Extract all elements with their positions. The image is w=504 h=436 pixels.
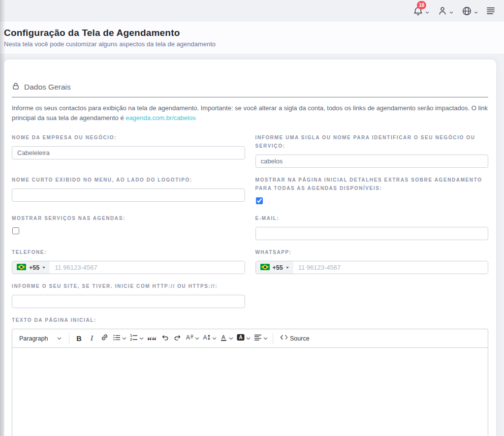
page-subtitle: Nesta tela você pode customizar alguns a… (4, 40, 496, 48)
editor-content-area[interactable] (12, 348, 488, 436)
slug-input[interactable] (255, 155, 489, 168)
font-color-icon: A (220, 334, 227, 343)
redo-button[interactable] (171, 332, 184, 345)
email-input[interactable] (255, 227, 489, 240)
font-size-button[interactable]: A (201, 332, 218, 345)
phone-label: TELEFONE: (12, 248, 245, 256)
toolbar-separator (69, 333, 69, 344)
notifications-button[interactable]: 18 (413, 6, 429, 16)
field-website: INFORME O SEU SITE, SE TIVER. INICIE COM… (12, 282, 245, 308)
brazil-flag-icon (17, 263, 26, 272)
source-editing-icon (280, 334, 288, 343)
website-input[interactable] (12, 295, 245, 308)
text-alignment-icon (254, 334, 262, 343)
field-show-home-details: MOSTRAR NA PÁGINA INICIAL DETALHES EXTRA… (255, 176, 489, 206)
block-quote-button[interactable]: ““ (146, 332, 158, 345)
phone-dial-code: +55 (29, 264, 39, 271)
font-family-icon: A (186, 334, 193, 343)
whatsapp-country-selector[interactable]: +55 (256, 261, 293, 274)
redo-icon (174, 334, 182, 343)
italic-icon: I (91, 334, 93, 343)
paragraph-style-dropdown[interactable]: Paragraph (15, 332, 65, 345)
chevron-down-icon (286, 267, 289, 269)
italic-button[interactable]: I (86, 332, 98, 345)
editor-toolbar: Paragraph B I (12, 329, 488, 348)
font-background-color-button[interactable]: A (235, 332, 252, 345)
notification-badge: 18 (417, 1, 426, 9)
source-editing-button[interactable]: Source (277, 332, 313, 345)
lock-icon (12, 82, 20, 92)
bold-button[interactable]: B (73, 332, 85, 345)
home-text-label: TEXTO DA PÁGINA INICIAL: (12, 316, 488, 324)
chevron-down-icon (425, 11, 429, 14)
svg-text:A: A (239, 335, 243, 340)
field-short-name: NOME CURTO EXIBIDO NO MENU, AO LADO DO L… (12, 176, 245, 206)
phone-input-group: +55 (12, 261, 245, 274)
short-name-input[interactable] (12, 188, 245, 202)
bold-icon: B (76, 335, 81, 343)
show-home-details-checkbox[interactable] (256, 197, 263, 204)
settings-card: Dados Gerais Informe os seus contactos p… (4, 60, 496, 436)
slug-label: INFORME UMA SIGLA OU NOME PARA IDENTIFIC… (255, 133, 489, 150)
numbered-list-icon: 1 2 (130, 334, 138, 343)
settings-form: NOME DA EMPRESA OU NEGÓCIO: INFORME UMA … (12, 133, 488, 316)
globe-icon (462, 6, 472, 16)
block-quote-icon: ““ (147, 334, 157, 343)
scheduling-page-link[interactable]: eagenda.com.br/cabelos (126, 114, 195, 122)
company-name-label: NOME DA EMPRESA OU NEGÓCIO: (12, 133, 245, 142)
paragraph-dropdown-label: Paragraph (19, 335, 48, 342)
field-phone: TELEFONE: +55 (12, 248, 245, 274)
link-button[interactable] (98, 332, 111, 345)
website-label: INFORME O SEU SITE, SE TIVER. INICIE COM… (12, 282, 245, 290)
bulleted-list-button[interactable] (111, 332, 128, 345)
source-button-label: Source (290, 335, 310, 342)
svg-text:A: A (221, 334, 225, 340)
intro-text: Informe os seus contactos para exibição … (12, 103, 488, 123)
font-size-icon: A (203, 334, 211, 343)
undo-icon (161, 334, 169, 343)
chevron-down-icon (42, 267, 45, 269)
svg-text:2: 2 (130, 338, 132, 341)
menu-toggle-button[interactable] (486, 7, 495, 15)
email-label: E-MAIL: (255, 214, 489, 222)
phone-input[interactable] (50, 261, 244, 274)
page-title: Configuração da Tela de Agendamento (4, 28, 496, 38)
numbered-list-button[interactable]: 1 2 (128, 332, 145, 345)
toolbar-separator (273, 333, 273, 344)
svg-text:A: A (203, 334, 207, 341)
user-menu-button[interactable] (438, 6, 453, 16)
field-slug: INFORME UMA SIGLA OU NOME PARA IDENTIFIC… (255, 133, 489, 168)
field-company-name: NOME DA EMPRESA OU NEGÓCIO: (12, 133, 245, 168)
language-menu-button[interactable] (462, 6, 478, 16)
show-services-label: MOSTRAR SERVIÇOS NAS AGENDAS: (12, 214, 245, 222)
show-home-details-label: MOSTRAR NA PÁGINA INICIAL DETALHES EXTRA… (255, 176, 489, 192)
user-icon (438, 6, 447, 16)
field-show-services: MOSTRAR SERVIÇOS NAS AGENDAS: (12, 214, 245, 240)
svg-text:A: A (186, 334, 190, 341)
bulleted-list-icon (113, 334, 121, 343)
chevron-down-icon (474, 11, 478, 14)
font-color-button[interactable]: A (219, 332, 235, 345)
whatsapp-input-group: +55 (255, 261, 489, 274)
text-alignment-button[interactable] (252, 332, 269, 345)
phone-country-selector[interactable]: +55 (12, 261, 50, 274)
company-name-input[interactable] (12, 146, 245, 159)
font-family-button[interactable]: A (184, 332, 201, 345)
chevron-down-icon (449, 11, 453, 14)
show-services-checkbox[interactable] (12, 227, 19, 234)
undo-button[interactable] (158, 332, 171, 345)
field-home-text: TEXTO DA PÁGINA INICIAL: Paragraph B I (12, 316, 488, 436)
whatsapp-label: WHATSAPP: (255, 248, 489, 256)
page-header: Configuração da Tela de Agendamento Nest… (0, 22, 504, 54)
section-title: Dados Gerais (24, 83, 71, 92)
whatsapp-dial-code: +55 (273, 264, 283, 271)
field-email: E-MAIL: (255, 214, 489, 240)
menu-icon (486, 7, 495, 15)
topbar: 18 (0, 0, 504, 22)
intro-text-body: Informe os seus contactos para exibição … (12, 104, 488, 122)
section-header-dados-gerais: Dados Gerais (12, 82, 488, 97)
field-whatsapp: WHATSAPP: +55 (255, 248, 489, 274)
whatsapp-input[interactable] (293, 261, 488, 274)
link-icon (100, 333, 109, 343)
font-background-color-icon: A (237, 334, 245, 343)
